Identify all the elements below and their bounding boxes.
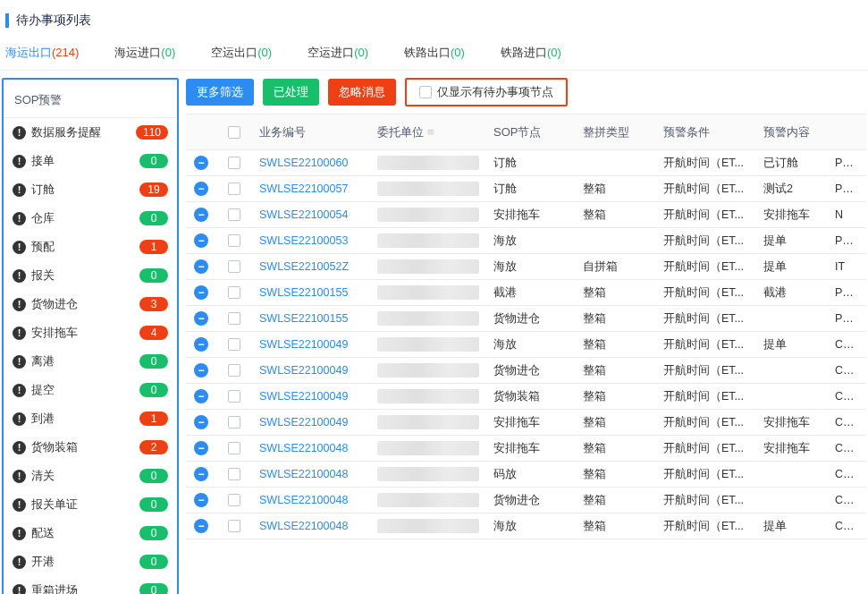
sidebar-item-10[interactable]: !到港1 — [4, 404, 177, 433]
collapse-icon[interactable]: − — [194, 182, 208, 196]
biz-link[interactable]: SWLSE2210052Z — [259, 260, 349, 273]
biz-link[interactable]: SWLSE22100053 — [259, 234, 348, 247]
row-checkbox[interactable] — [228, 520, 240, 532]
biz-link[interactable]: SWLSE22100048 — [259, 442, 348, 454]
sidebar-item-label: 清关 — [31, 468, 55, 484]
collapse-icon[interactable]: − — [194, 311, 208, 326]
cond-cell: 开航时间（ET... — [656, 467, 756, 482]
collapse-icon[interactable]: − — [194, 363, 208, 378]
tab-0[interactable]: 海运出口(214) — [5, 45, 79, 61]
more-filter-button[interactable]: 更多筛选 — [186, 79, 254, 106]
biz-link[interactable]: SWLSE22100049 — [259, 390, 348, 403]
ignore-button[interactable]: 忽略消息 — [328, 79, 396, 106]
row-checkbox[interactable] — [228, 234, 240, 247]
collapse-icon[interactable]: − — [194, 415, 208, 429]
only-pending-checkbox-wrap[interactable]: 仅显示有待办事项节点 — [405, 78, 568, 106]
row-checkbox[interactable] — [228, 338, 240, 351]
count-badge: 0 — [139, 383, 168, 397]
biz-link[interactable]: SWLSE22100049 — [259, 416, 348, 429]
entrust-redacted — [377, 519, 479, 533]
biz-link[interactable]: SWLSE22100048 — [259, 494, 348, 506]
cond-cell: 开航时间（ET... — [656, 259, 756, 275]
row-checkbox[interactable] — [228, 260, 240, 273]
collapse-icon[interactable]: − — [194, 233, 208, 248]
entrust-redacted — [377, 493, 479, 507]
sidebar-item-8[interactable]: !离港0 — [4, 347, 177, 376]
biz-link[interactable]: SWLSE22100048 — [259, 468, 348, 480]
row-checkbox[interactable] — [228, 157, 240, 169]
collapse-icon[interactable]: − — [194, 467, 208, 481]
sidebar-item-0[interactable]: !数据服务提醒110 — [4, 118, 177, 147]
collapse-icon[interactable]: − — [194, 285, 208, 300]
row-checkbox[interactable] — [228, 364, 240, 377]
sidebar-item-3[interactable]: !仓库0 — [4, 204, 177, 233]
tab-3[interactable]: 空运进口(0) — [308, 45, 368, 61]
sidebar-item-9[interactable]: !提空0 — [4, 376, 177, 404]
sidebar-item-15[interactable]: !开港0 — [4, 547, 177, 576]
row-checkbox[interactable] — [228, 416, 240, 429]
alert-icon: ! — [13, 584, 26, 595]
sidebar-item-7[interactable]: !安排拖车4 — [4, 318, 177, 347]
sidebar-item-label: 配送 — [31, 525, 55, 541]
col-pack[interactable]: 整拼类型 — [576, 124, 656, 140]
tab-2[interactable]: 空运出口(0) — [211, 45, 272, 61]
processed-button[interactable]: 已处理 — [263, 79, 319, 106]
tab-count: (0) — [161, 46, 175, 59]
table-row: −SWLSE22100054安排拖车整箱开航时间（ET...安排拖车N — [186, 202, 866, 228]
collapse-icon[interactable]: − — [194, 519, 208, 533]
select-all-checkbox[interactable] — [228, 126, 240, 139]
sidebar-item-6[interactable]: !货物进仓3 — [4, 290, 177, 318]
biz-link[interactable]: SWLSE22100054 — [259, 208, 348, 221]
biz-link[interactable]: SWLSE22100057 — [259, 182, 348, 195]
sidebar-item-1[interactable]: !接单0 — [4, 147, 177, 175]
collapse-icon[interactable]: − — [194, 493, 208, 507]
count-badge: 3 — [139, 297, 168, 311]
collapse-icon[interactable]: − — [194, 389, 208, 403]
col-cond[interactable]: 预警条件 — [656, 124, 756, 140]
alert-icon: ! — [13, 355, 26, 369]
last-cell: CN — [828, 442, 855, 454]
biz-link[interactable]: SWLSE22100060 — [259, 157, 348, 169]
checkbox-icon[interactable] — [419, 86, 432, 98]
biz-link[interactable]: SWLSE22100155 — [259, 312, 348, 325]
biz-link[interactable]: SWLSE22100049 — [259, 364, 348, 377]
row-checkbox[interactable] — [228, 390, 240, 403]
entrust-redacted — [377, 285, 479, 300]
row-checkbox[interactable] — [228, 468, 240, 480]
biz-link[interactable]: SWLSE22100049 — [259, 338, 348, 351]
row-checkbox[interactable] — [228, 442, 240, 454]
row-checkbox[interactable] — [228, 286, 240, 299]
cond-cell: 开航时间（ET... — [656, 493, 756, 508]
sidebar-item-4[interactable]: !预配1 — [4, 233, 177, 261]
sidebar-item-5[interactable]: !报关0 — [4, 261, 177, 290]
col-content[interactable]: 预警内容 — [756, 124, 828, 140]
pack-cell: 整箱 — [576, 363, 656, 378]
row-checkbox[interactable] — [228, 208, 240, 221]
row-checkbox[interactable] — [228, 494, 240, 506]
sop-cell: 货物进仓 — [486, 311, 576, 327]
biz-link[interactable]: SWLSE22100155 — [259, 286, 348, 299]
menu-icon[interactable]: ≡ — [427, 125, 434, 139]
row-checkbox[interactable] — [228, 182, 240, 195]
col-entrust[interactable]: 委托单位≡ — [370, 124, 486, 140]
collapse-icon[interactable]: − — [194, 441, 208, 455]
collapse-icon[interactable]: − — [194, 259, 208, 274]
collapse-icon[interactable]: − — [194, 208, 208, 222]
last-cell: PK — [828, 286, 855, 299]
sidebar-item-2[interactable]: !订舱19 — [4, 175, 177, 204]
collapse-icon[interactable]: − — [194, 337, 208, 352]
tab-1[interactable]: 海运进口(0) — [114, 45, 175, 61]
collapse-icon[interactable]: − — [194, 156, 208, 170]
row-checkbox[interactable] — [228, 312, 240, 325]
sidebar-item-12[interactable]: !清关0 — [4, 462, 177, 490]
biz-link[interactable]: SWLSE22100048 — [259, 520, 348, 532]
sidebar-item-13[interactable]: !报关单证0 — [4, 490, 177, 519]
col-sop[interactable]: SOP节点 — [486, 124, 576, 140]
cond-cell: 开航时间（ET... — [656, 156, 756, 171]
sidebar-item-16[interactable]: !重箱进场0 — [4, 576, 177, 594]
tab-5[interactable]: 铁路进口(0) — [501, 45, 561, 61]
col-biz[interactable]: 业务编号 — [252, 124, 370, 140]
tab-4[interactable]: 铁路出口(0) — [404, 45, 465, 61]
sidebar-item-11[interactable]: !货物装箱2 — [4, 433, 177, 462]
sidebar-item-14[interactable]: !配送0 — [4, 519, 177, 547]
